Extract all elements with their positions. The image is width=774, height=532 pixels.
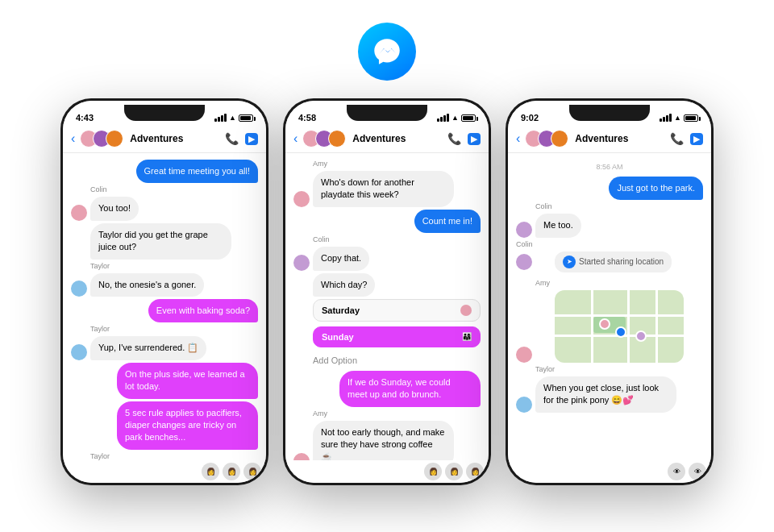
bubble-2a: Who's down for another playdate this wee… [313, 171, 454, 207]
location-share-3c: ➤ Started sharing location [555, 251, 672, 272]
bubble-3a: Just got to the park. [609, 177, 703, 200]
phone-inner-2: 4:58 ▲ ‹ Adventures [285, 101, 489, 483]
phone-inner-3: 9:02 ▲ ‹ Adventures [508, 101, 711, 483]
status-icons-1: ▲ [214, 114, 253, 122]
poll-option-sunday[interactable]: Sunday 👨‍👩‍👧 [313, 326, 481, 347]
phone-inner-1: 4:43 ▲ ‹ Adven [63, 101, 266, 483]
phone-icon-2[interactable]: 📞 [447, 132, 461, 145]
sender-label-3e: Taylor [535, 365, 703, 373]
video-icon-1[interactable]: ▶ [245, 133, 258, 145]
poll-sunday-voters: 👨‍👩‍👧 [462, 332, 472, 341]
battery-2 [461, 114, 476, 122]
chat-title-2: Adventures [352, 133, 443, 144]
msg-sent-1: Great time meeting you all! [71, 160, 258, 183]
video-icon-2[interactable]: ▶ [468, 133, 481, 145]
notch-1 [124, 105, 205, 121]
map-road-v3 [655, 290, 658, 363]
status-icons-3: ▲ [660, 114, 698, 122]
bubble-3e: When you get close, just look for the pi… [535, 376, 676, 413]
sender-label-1b: Colin [90, 185, 258, 193]
poll-saturday-voters [460, 305, 472, 316]
map-road-v2 [627, 290, 630, 363]
bubble-2d: Which day? [313, 273, 375, 297]
voter-1 [460, 305, 472, 316]
timestamp-3a: 8:56 AM [516, 160, 703, 174]
map-pin-user2 [635, 330, 647, 342]
avatar-msg-2f [293, 453, 310, 460]
phone-icon-1[interactable]: 📞 [225, 132, 239, 145]
bubble-1f: Yup, I've surrendered. 📋 [90, 336, 206, 360]
reaction-1b: 👩 [223, 463, 240, 480]
avatar-msg-1f [71, 344, 87, 360]
nav-avatars-1 [80, 130, 119, 148]
sender-label-3d: Amy [535, 279, 703, 287]
logo-section [358, 0, 416, 98]
sender-label-1f: Taylor [90, 325, 258, 333]
messenger-logo [358, 23, 416, 81]
msg-sent-2b: Count me in! [293, 210, 481, 233]
nav-actions-2: 📞 ▶ [447, 132, 481, 145]
map-grid [555, 290, 684, 363]
map-pin-user1 [599, 318, 610, 330]
avatar-msg-3b [516, 222, 532, 238]
msg-recv-3b: Me too. [516, 214, 703, 237]
avatar-2c [328, 130, 346, 148]
msg-recv-2d: Which day? [293, 273, 481, 297]
signal-2 [437, 114, 449, 122]
signal-3 [660, 114, 672, 122]
back-button-3[interactable]: ‹ [516, 131, 520, 146]
nav-avatars-3 [525, 130, 564, 148]
bubble-1d: No, the onesie's a goner. [90, 273, 204, 297]
video-icon-3[interactable]: ▶ [690, 133, 703, 145]
reaction-1c: 👩 [243, 463, 261, 480]
msg-recv-2a: Who's down for another playdate this wee… [293, 171, 481, 207]
nav-bar-2: ‹ Adventures 📞 ▶ [285, 127, 489, 153]
chat-title-3: Adventures [575, 133, 665, 144]
bubble-1g: On the plus side, we learned a lot today… [117, 363, 258, 399]
bubble-1h: 5 sec rule applies to pacifiers, diaper … [117, 401, 258, 450]
avatar-msg-3e [516, 397, 532, 413]
notch-2 [347, 105, 427, 121]
chat-title-1: Adventures [130, 133, 220, 144]
msg-sent-1h: 5 sec rule applies to pacifiers, diaper … [71, 401, 258, 450]
reaction-2a: 👩 [424, 463, 442, 480]
avatar-msg-3d [516, 347, 532, 363]
reaction-2b: 👩 [445, 463, 463, 480]
bubble-2f: Not too early though, and make sure they… [313, 421, 454, 460]
add-option-button[interactable]: Add Option [313, 352, 481, 368]
nav-avatars-2 [302, 130, 341, 148]
msg-recv-2f: Not too early though, and make sure they… [293, 421, 481, 460]
avatar-msg-2c [293, 255, 310, 271]
bubble-1a: Great time meeting you all! [136, 160, 258, 183]
chat-area-1: Great time meeting you all! Colin You to… [63, 153, 266, 460]
time-1: 4:43 [76, 113, 94, 123]
status-icons-2: ▲ [437, 114, 476, 122]
signal-1 [214, 114, 227, 122]
reaction-1a: 👩 [202, 463, 219, 480]
poll-saturday-label: Saturday [322, 305, 360, 315]
avatar-3c [551, 130, 568, 148]
phone-icon-3[interactable]: 📞 [670, 132, 684, 145]
msg-sent-3a: Just got to the park. [516, 177, 703, 200]
nav-actions-3: 📞 ▶ [670, 132, 703, 145]
back-button-1[interactable]: ‹ [71, 131, 75, 146]
phone-1: 4:43 ▲ ‹ Adven [60, 98, 268, 485]
wifi-1: ▲ [229, 114, 236, 122]
msg-sent-1g: On the plus side, we learned a lot today… [71, 363, 258, 399]
nav-bar-1: ‹ Adventures 📞 ▶ [63, 127, 266, 153]
bubble-1e: Even with baking soda? [148, 299, 258, 322]
bubble-1b: You too! [90, 197, 139, 220]
sender-label-3c: Colin [516, 240, 703, 248]
phones-container: 4:43 ▲ ‹ Adven [36, 98, 738, 485]
poll-option-saturday[interactable]: Saturday [313, 299, 481, 322]
reaction-3b: 👁 [689, 463, 706, 480]
back-button-2[interactable]: ‹ [293, 131, 298, 146]
battery-1 [239, 114, 253, 122]
nav-bar-3: ‹ Adventures 📞 ▶ [508, 127, 711, 153]
sender-label-2c: Colin [313, 235, 481, 243]
msg-sent-1e: Even with baking soda? [71, 299, 258, 322]
wifi-2: ▲ [452, 114, 459, 122]
msg-recv-1b: You too! [71, 197, 258, 220]
time-2: 4:58 [298, 113, 316, 123]
notch-3 [569, 105, 650, 121]
